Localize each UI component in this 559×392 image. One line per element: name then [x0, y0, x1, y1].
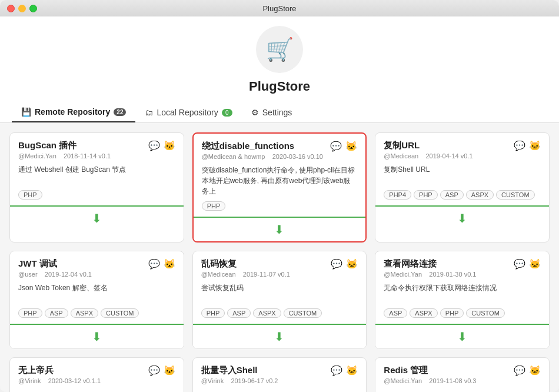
card-footer: ⬇ — [10, 324, 184, 348]
tag: ASPX — [410, 308, 437, 318]
card-header-row: BugScan 插件 💬 🐱 — [18, 140, 175, 151]
tag: ASP — [227, 308, 251, 318]
plugin-card[interactable]: JWT 调试 💬 🐱 @user 2019-12-04 v0.1 Json We… — [9, 251, 184, 349]
card-action-icons: 💬 🐱 — [148, 140, 175, 151]
card-description: 突破disable_function执行命令, 使用php-cli在目标本地开启… — [202, 165, 358, 197]
tag: PHP — [414, 190, 438, 200]
download-button[interactable]: ⬇ — [92, 330, 102, 344]
plugin-card[interactable]: 复制URL 💬 🐱 @Medicean 2019-04-14 v0.1 复制Sh… — [375, 132, 550, 242]
tab-local-repository[interactable]: 🗂 Local Repository 0 — [135, 103, 241, 122]
card-body: Redis 管理 💬 🐱 @Medici.Yan 2019-11-08 v0.3 — [375, 358, 549, 392]
card-meta: @Medici.Yan 2018-11-14 v0.1 — [18, 152, 175, 160]
card-action-icons: 💬 🐱 — [330, 141, 357, 152]
github-icon[interactable]: 🐱 — [346, 365, 358, 376]
comment-icon[interactable]: 💬 — [148, 140, 160, 151]
card-description: 复制Shell URL — [384, 164, 541, 185]
card-header-row: 批量导入Shell 💬 🐱 — [201, 365, 358, 376]
tag: ASPX — [71, 308, 98, 318]
tag: ASPX — [466, 190, 494, 200]
card-action-icons: 💬 🐱 — [148, 258, 175, 270]
comment-icon[interactable]: 💬 — [331, 365, 342, 376]
card-header-row: 查看网络连接 💬 🐱 — [384, 258, 541, 270]
tag: PHP — [18, 190, 42, 200]
tag: ASP — [384, 308, 407, 318]
card-meta: @Medici.Yan 2019-01-30 v0.1 — [384, 271, 541, 278]
download-button[interactable]: ⬇ — [457, 330, 467, 344]
tag: CUSTOM — [466, 308, 504, 318]
card-body: 批量导入Shell 💬 🐱 @Virink 2019-06-17 v0.2 — [193, 358, 367, 392]
card-title: JWT 调试 — [18, 258, 57, 270]
card-meta: @Medici.Yan 2019-11-08 v0.3 — [384, 377, 541, 384]
app-name: PlugStore — [249, 79, 310, 94]
card-body: 复制URL 💬 🐱 @Medicean 2019-04-14 v0.1 复制Sh… — [375, 133, 549, 205]
card-action-icons: 💬 🐱 — [331, 258, 358, 270]
github-icon[interactable]: 🐱 — [529, 140, 541, 151]
card-action-icons: 💬 🐱 — [514, 140, 541, 151]
card-date: 2019-04-14 v0.1 — [425, 152, 473, 160]
tag: PHP4 — [384, 190, 411, 200]
plugin-card[interactable]: 查看网络连接 💬 🐱 @Medici.Yan 2019-01-30 v0.1 无… — [375, 251, 550, 349]
github-icon[interactable]: 🐱 — [529, 258, 541, 270]
tag: ASP — [440, 190, 464, 200]
plugin-card[interactable]: 乱码恢复 💬 🐱 @Medicean 2019-11-07 v0.1 尝试恢复乱… — [192, 251, 367, 349]
card-description — [201, 389, 358, 392]
github-icon[interactable]: 🐱 — [164, 365, 175, 376]
minimize-button[interactable] — [18, 5, 26, 12]
plugin-card[interactable]: 绕过disable_functions 💬 🐱 @Medicean & howm… — [192, 132, 367, 242]
download-button[interactable]: ⬇ — [274, 330, 284, 344]
card-description — [384, 389, 541, 392]
github-icon[interactable]: 🐱 — [346, 258, 358, 270]
card-author: @Medicean & howmp — [202, 153, 265, 160]
card-body: BugScan 插件 💬 🐱 @Medici.Yan 2018-11-14 v0… — [10, 133, 184, 205]
card-footer: ⬇ — [375, 324, 549, 348]
card-author: @Medicean — [384, 152, 418, 160]
card-date: 2018-11-14 v0.1 — [64, 152, 111, 160]
maximize-button[interactable] — [29, 5, 37, 12]
card-title: 绕过disable_functions — [202, 141, 295, 152]
card-date: 2019-11-08 v0.3 — [429, 377, 476, 384]
card-tags: PHPASPASPXCUSTOM — [201, 308, 358, 318]
comment-icon[interactable]: 💬 — [148, 365, 160, 376]
comment-icon[interactable]: 💬 — [514, 258, 525, 270]
card-description: 无命令执行权限下获取网络连接情况 — [384, 283, 541, 304]
card-body: 无上帝兵 💬 🐱 @Virink 2020-03-12 v0.1.1 — [10, 358, 184, 392]
card-author: @Medici.Yan — [384, 377, 422, 384]
plugin-card[interactable]: 无上帝兵 💬 🐱 @Virink 2020-03-12 v0.1.1 ⬇ — [9, 357, 184, 392]
comment-icon[interactable]: 💬 — [330, 141, 342, 152]
github-icon[interactable]: 🐱 — [529, 365, 541, 376]
card-title: 批量导入Shell — [201, 365, 258, 376]
plugin-card[interactable]: 批量导入Shell 💬 🐱 @Virink 2019-06-17 v0.2 ⬇ — [192, 357, 367, 392]
comment-icon[interactable]: 💬 — [514, 140, 525, 151]
card-meta: @Medicean 2019-11-07 v0.1 — [201, 271, 358, 278]
app-header: 🛒 PlugStore 💾 Remote Repository 22 🗂 Loc… — [0, 16, 559, 123]
card-description: 通过 Webshell 创建 BugScan 节点 — [18, 164, 175, 185]
window-controls — [7, 5, 37, 12]
github-icon[interactable]: 🐱 — [164, 140, 175, 151]
card-date: 2019-01-30 v0.1 — [429, 271, 476, 278]
card-title: Redis 管理 — [384, 365, 428, 376]
tab-settings[interactable]: ⚙ Settings — [242, 103, 302, 122]
comment-icon[interactable]: 💬 — [148, 258, 160, 270]
card-body: 查看网络连接 💬 🐱 @Medici.Yan 2019-01-30 v0.1 无… — [375, 251, 549, 324]
tag: PHP — [440, 308, 464, 318]
card-date: 2019-12-04 v0.1 — [45, 271, 92, 278]
card-body: 乱码恢复 💬 🐱 @Medicean 2019-11-07 v0.1 尝试恢复乱… — [193, 251, 367, 324]
card-header-row: Redis 管理 💬 🐱 — [384, 365, 541, 376]
github-icon[interactable]: 🐱 — [164, 258, 175, 270]
github-icon[interactable]: 🐱 — [345, 141, 357, 152]
comment-icon[interactable]: 💬 — [514, 365, 525, 376]
plugin-card[interactable]: Redis 管理 💬 🐱 @Medici.Yan 2019-11-08 v0.3… — [375, 357, 550, 392]
window-title: PlugStore — [262, 4, 296, 13]
download-button[interactable]: ⬇ — [274, 222, 284, 237]
card-tags: PHP — [202, 201, 358, 211]
tag: CUSTOM — [284, 308, 322, 318]
app-logo: 🛒 — [256, 26, 303, 73]
card-tags: PHP4PHPASPASPXCUSTOM — [384, 190, 541, 200]
comment-icon[interactable]: 💬 — [331, 258, 342, 270]
download-button[interactable]: ⬇ — [92, 211, 102, 225]
close-button[interactable] — [7, 5, 15, 12]
download-button[interactable]: ⬇ — [457, 211, 467, 225]
card-title: 无上帝兵 — [18, 365, 54, 376]
tab-remote-repository[interactable]: 💾 Remote Repository 22 — [12, 102, 135, 122]
plugin-card[interactable]: BugScan 插件 💬 🐱 @Medici.Yan 2018-11-14 v0… — [9, 132, 184, 242]
